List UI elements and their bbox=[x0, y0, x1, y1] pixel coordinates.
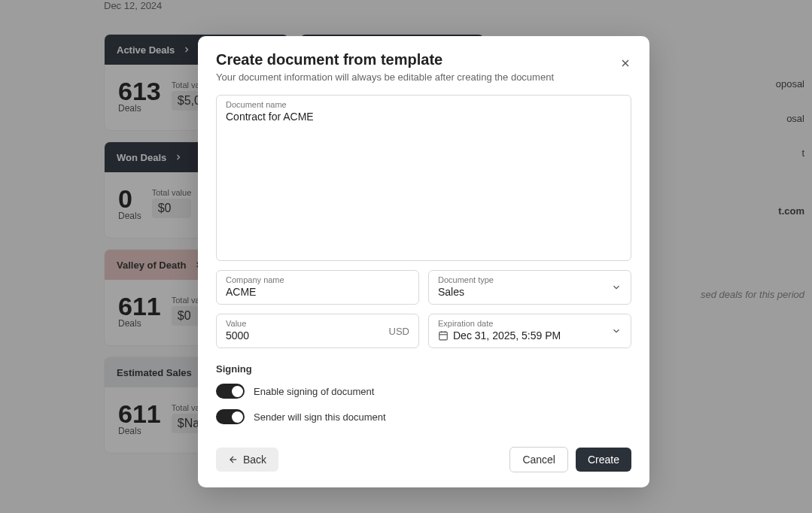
create-document-modal: Create document from template Your docum… bbox=[198, 36, 649, 487]
currency-suffix: USD bbox=[389, 326, 409, 337]
field-label: Document name bbox=[226, 100, 622, 109]
field-label: Expiration date bbox=[438, 319, 622, 328]
close-button[interactable] bbox=[616, 54, 634, 72]
expiration-date-value: Dec 31, 2025, 5:59 PM bbox=[453, 328, 622, 343]
signing-section-label: Signing bbox=[216, 363, 631, 375]
chevron-down-icon bbox=[611, 282, 622, 293]
document-type-field[interactable]: Document type Sales bbox=[428, 270, 631, 305]
create-button[interactable]: Create bbox=[576, 448, 631, 472]
svg-rect-2 bbox=[439, 332, 448, 340]
field-label: Document type bbox=[438, 275, 622, 284]
modal-title: Create document from template bbox=[216, 51, 631, 68]
back-button-label: Back bbox=[243, 454, 266, 466]
modal-subtitle: Your document information will always be… bbox=[216, 71, 631, 83]
document-type-value: Sales bbox=[438, 284, 622, 299]
document-name-input[interactable] bbox=[226, 109, 622, 124]
back-button[interactable]: Back bbox=[216, 448, 278, 472]
calendar-icon bbox=[438, 330, 449, 341]
arrow-left-icon bbox=[228, 454, 239, 465]
cancel-button[interactable]: Cancel bbox=[509, 447, 568, 472]
field-label: Value bbox=[226, 319, 409, 328]
sender-signs-toggle[interactable] bbox=[216, 409, 245, 424]
toggle-label: Enable signing of document bbox=[254, 386, 374, 397]
value-input[interactable] bbox=[226, 328, 409, 343]
company-name-input[interactable] bbox=[226, 284, 409, 299]
document-name-field[interactable]: Document name bbox=[216, 95, 631, 261]
enable-signing-toggle[interactable] bbox=[216, 384, 245, 399]
chevron-down-icon bbox=[611, 326, 622, 336]
expiration-date-field[interactable]: Expiration date Dec 31, 2025, 5:59 PM bbox=[428, 314, 631, 348]
close-icon bbox=[619, 57, 631, 69]
company-name-field[interactable]: Company name bbox=[216, 270, 419, 305]
value-field[interactable]: Value USD bbox=[216, 314, 419, 348]
field-label: Company name bbox=[226, 275, 409, 284]
toggle-label: Sender will sign this document bbox=[254, 411, 386, 423]
